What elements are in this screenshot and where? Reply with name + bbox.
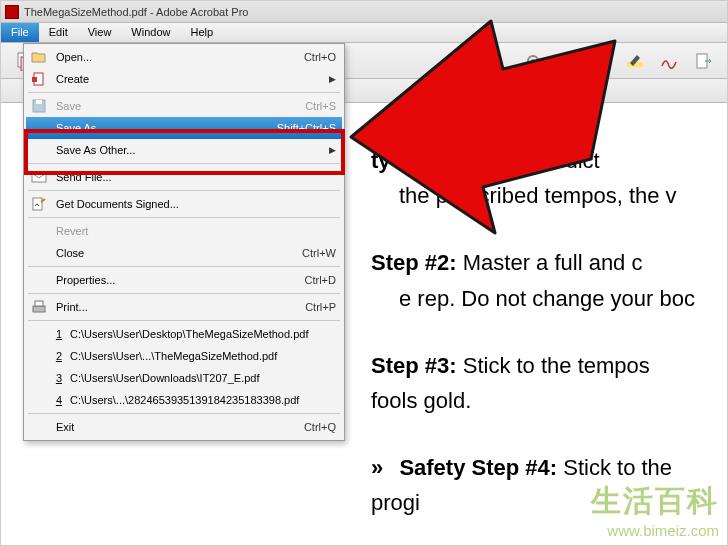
blank-icon — [30, 141, 48, 159]
menu-edit[interactable]: Edit — [39, 23, 78, 42]
menu-item-label: C:\Users\...\2824653935139184235183398.p… — [70, 394, 336, 406]
blank-icon — [30, 347, 44, 365]
step-body: Master a full and c — [463, 250, 643, 275]
menu-item-label: C:\Users\User\Downloads\IT207_E.pdf — [70, 372, 336, 384]
safety-step-1: ty Step # e tempos dict the prescribed t… — [371, 143, 727, 213]
menu-item-revert: Revert — [26, 220, 342, 242]
highlight-tool-icon[interactable] — [625, 51, 645, 71]
menu-item-send-file[interactable]: Send File... — [26, 166, 342, 188]
acrobat-app-icon — [5, 5, 19, 19]
svg-rect-12 — [32, 77, 37, 82]
menu-item-label: Properties... — [56, 274, 297, 286]
chevron-right-icon: ▶ — [329, 74, 336, 84]
menu-item-exit[interactable]: ExitCtrl+Q — [26, 416, 342, 438]
menu-window[interactable]: Window — [121, 23, 180, 42]
svg-rect-14 — [36, 100, 42, 104]
menu-item-label: Print... — [56, 301, 297, 313]
menu-item-save-as[interactable]: Save As...Shift+Ctrl+S — [26, 117, 342, 139]
watermark-line1: 生活百科 — [591, 481, 719, 522]
step-label: ty Step # — [371, 148, 463, 173]
export-tool-icon[interactable] — [693, 51, 713, 71]
menu-item-save: SaveCtrl+S — [26, 95, 342, 117]
menu-bar: File Edit View Window Help — [1, 23, 727, 43]
menu-separator — [28, 163, 340, 164]
blank-icon — [30, 222, 48, 240]
svg-rect-18 — [35, 301, 43, 306]
step-sub: e rep. Do not change your boc — [371, 281, 727, 316]
menu-item-label: Open... — [56, 51, 296, 63]
menu-separator — [28, 217, 340, 218]
blank-icon — [30, 119, 48, 137]
menu-separator — [28, 413, 340, 414]
menu-item-shortcut: Ctrl+S — [305, 100, 336, 112]
menu-separator — [28, 190, 340, 191]
create-icon — [30, 70, 48, 88]
recent-file-item[interactable]: 3C:\Users\User\Downloads\IT207_E.pdf — [26, 367, 342, 389]
step-label: Step #3: — [371, 353, 457, 378]
svg-rect-17 — [33, 306, 45, 312]
blank-icon — [30, 271, 48, 289]
safety-step-2: Step #2: Master a full and c e rep. Do n… — [371, 245, 727, 315]
blank-icon — [30, 325, 44, 343]
step-sub: fools gold. — [371, 383, 727, 418]
menu-item-label: Save — [56, 100, 297, 112]
step-body: Stick to the tempos — [463, 353, 650, 378]
menu-item-save-as-other[interactable]: Save As Other...▶ — [26, 139, 342, 161]
title-bar: TheMegaSizeMethod.pdf - Adobe Acrobat Pr… — [1, 1, 727, 23]
menu-item-label: Revert — [56, 225, 336, 237]
blank-icon — [30, 244, 48, 262]
save-icon — [30, 97, 48, 115]
menu-separator — [28, 320, 340, 321]
menu-item-properties[interactable]: Properties...Ctrl+D — [26, 269, 342, 291]
menu-item-create[interactable]: Create▶ — [26, 68, 342, 90]
menu-item-shortcut: Ctrl+W — [302, 247, 336, 259]
menu-item-shortcut: Ctrl+O — [304, 51, 336, 63]
menu-item-shortcut: Ctrl+Q — [304, 421, 336, 433]
send-icon — [30, 168, 48, 186]
comment-tool-icon[interactable] — [557, 51, 577, 71]
watermark-line2: www.bimeiz.com — [591, 522, 719, 539]
menu-item-shortcut: Ctrl+P — [305, 301, 336, 313]
menu-item-label: Send File... — [56, 171, 336, 183]
menu-view[interactable]: View — [78, 23, 122, 42]
sign-icon — [30, 195, 48, 213]
signature-tool-icon[interactable] — [659, 51, 679, 71]
bullet: » — [371, 450, 383, 485]
svg-point-8 — [531, 59, 535, 63]
menu-item-label: C:\Users\User\Desktop\TheMegaSizeMethod.… — [70, 328, 336, 340]
menu-item-label: Create — [56, 73, 315, 85]
blank-icon — [30, 418, 48, 436]
recent-file-item[interactable]: 4C:\Users\...\2824653935139184235183398.… — [26, 389, 342, 411]
menu-item-label: Get Documents Signed... — [56, 198, 336, 210]
comment-green-icon[interactable] — [591, 51, 611, 71]
step-sub: the prescribed tempos, the v — [371, 178, 727, 213]
menu-item-label: C:\Users\User\...\TheMegaSizeMethod.pdf — [70, 350, 336, 362]
gear-icon[interactable] — [523, 51, 543, 71]
menu-help[interactable]: Help — [180, 23, 223, 42]
recent-num: 1 — [52, 328, 62, 340]
file-menu-dropdown: Open...Ctrl+OCreate▶SaveCtrl+SSave As...… — [23, 43, 345, 441]
print-icon — [30, 298, 48, 316]
menu-item-open[interactable]: Open...Ctrl+O — [26, 46, 342, 68]
menu-item-close[interactable]: CloseCtrl+W — [26, 242, 342, 264]
step-label: Step #2: — [371, 250, 457, 275]
recent-file-item[interactable]: 1C:\Users\User\Desktop\TheMegaSizeMethod… — [26, 323, 342, 345]
menu-item-get-documents-signed[interactable]: Get Documents Signed... — [26, 193, 342, 215]
menu-item-label: Save As... — [56, 122, 269, 134]
menu-item-print[interactable]: Print...Ctrl+P — [26, 296, 342, 318]
watermark: 生活百科 www.bimeiz.com — [591, 481, 719, 539]
menu-item-label: Exit — [56, 421, 296, 433]
recent-num: 3 — [52, 372, 62, 384]
menu-item-shortcut: Ctrl+D — [305, 274, 336, 286]
recent-file-item[interactable]: 2C:\Users\User\...\TheMegaSizeMethod.pdf — [26, 345, 342, 367]
recent-num: 2 — [52, 350, 62, 362]
menu-item-label: Close — [56, 247, 294, 259]
menu-item-label: Save As Other... — [56, 144, 315, 156]
recent-num: 4 — [52, 394, 62, 406]
safety-step-3: Step #3: Stick to the tempos fools gold. — [371, 348, 727, 418]
window-title: TheMegaSizeMethod.pdf - Adobe Acrobat Pr… — [24, 6, 248, 18]
open-folder-icon — [30, 48, 48, 66]
menu-file[interactable]: File — [1, 23, 39, 42]
step-label: Safety Step #4: — [399, 455, 557, 480]
menu-separator — [28, 293, 340, 294]
